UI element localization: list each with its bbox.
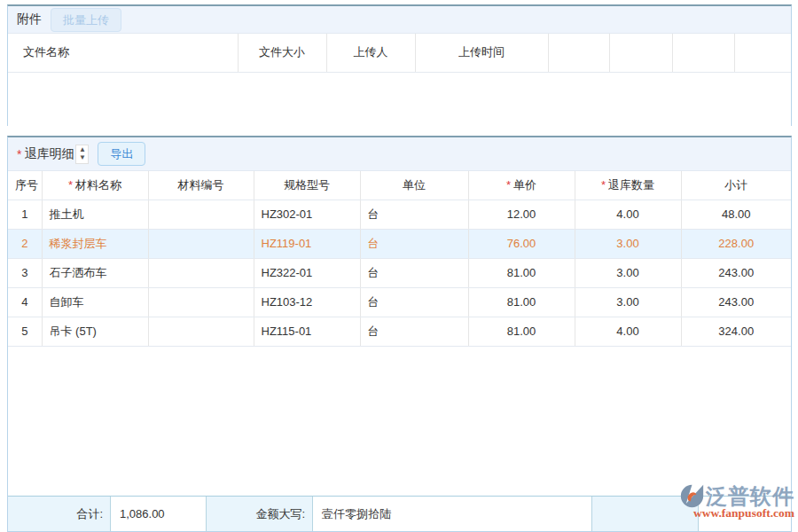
- totals-footer: 合计: 1,086.00 金额大写: 壹仟零捌拾陆: [8, 496, 791, 531]
- cell-unit-price[interactable]: 81.00: [468, 317, 575, 346]
- required-mark: *: [68, 178, 73, 192]
- cell-return-qty[interactable]: 4.00: [575, 317, 681, 346]
- detail-titlebar: * 退库明细 ▲ ▼ 导出: [8, 137, 791, 171]
- col-spec-model: 规格型号: [254, 171, 360, 200]
- detail-table: 序号 *材料名称 材料编号 规格型号 单位 *单价 *退库数量 小计 1 推土机…: [8, 171, 791, 347]
- cell-material-name[interactable]: 推土机: [42, 200, 148, 229]
- cell-seq: 3: [8, 258, 42, 287]
- cell-seq: 4: [8, 287, 42, 317]
- attachments-empty-body: [8, 73, 791, 127]
- col-material-name: *材料名称: [42, 171, 148, 200]
- cell-subtotal: 228.00: [681, 229, 791, 258]
- cell-subtotal: 243.00: [681, 287, 791, 317]
- cell-unit[interactable]: 台: [360, 287, 468, 317]
- cell-spec-model[interactable]: HZ322-01: [254, 258, 360, 287]
- cell-material-code[interactable]: [148, 258, 254, 287]
- col-uploader: 上传人: [326, 34, 415, 72]
- return-detail-panel: * 退库明细 ▲ ▼ 导出 序号 *材料名称 材料编号 规格型号 单位 *单价 …: [7, 136, 792, 532]
- table-row[interactable]: 5 吊卡 (5T) HZ115-01 台 81.00 4.00 324.00: [8, 317, 791, 346]
- attachments-titlebar: 附件 批量上传: [8, 6, 791, 34]
- batch-upload-button[interactable]: 批量上传: [51, 8, 121, 32]
- cell-unit[interactable]: 台: [360, 229, 468, 258]
- detail-header-row: 序号 *材料名称 材料编号 规格型号 单位 *单价 *退库数量 小计: [8, 171, 791, 200]
- table-row[interactable]: 3 石子洒布车 HZ322-01 台 81.00 3.00 243.00: [8, 258, 791, 287]
- cell-subtotal: 48.00: [681, 200, 791, 229]
- detail-title: 退库明细: [24, 146, 74, 162]
- attachments-title: 附件: [17, 12, 42, 27]
- cell-unit-price[interactable]: 76.00: [468, 229, 575, 258]
- col-seq: 序号: [8, 171, 42, 200]
- cell-unit[interactable]: 台: [360, 258, 468, 287]
- required-mark: *: [601, 178, 606, 192]
- col-subtotal: 小计: [681, 171, 791, 200]
- cell-seq: 1: [8, 200, 42, 229]
- stepper-down-icon[interactable]: ▼: [79, 154, 86, 162]
- cell-unit-price[interactable]: 81.00: [468, 287, 575, 317]
- col-unit-price: *单价: [468, 171, 575, 200]
- col-file-size: 文件大小: [238, 34, 326, 72]
- cell-spec-model[interactable]: HZ103-12: [254, 287, 360, 317]
- cell-return-qty[interactable]: 4.00: [575, 200, 681, 229]
- cell-unit[interactable]: 台: [360, 200, 468, 229]
- col-empty-4: [734, 34, 791, 72]
- cell-unit-price[interactable]: 81.00: [468, 258, 575, 287]
- required-mark: *: [506, 178, 511, 192]
- amount-words-value: 壹仟零捌拾陆: [313, 497, 592, 531]
- table-row[interactable]: 4 自卸车 HZ103-12 台 81.00 3.00 243.00: [8, 287, 791, 317]
- cell-return-qty[interactable]: 3.00: [575, 258, 681, 287]
- cell-return-qty[interactable]: 3.00: [575, 287, 681, 317]
- cell-material-code[interactable]: [148, 229, 254, 258]
- attachments-panel: 附件 批量上传 文件名称 文件大小 上传人 上传时间: [7, 4, 792, 126]
- cell-material-code[interactable]: [148, 317, 254, 346]
- col-file-name: 文件名称: [8, 34, 238, 72]
- cell-unit[interactable]: 台: [360, 317, 468, 346]
- cell-material-name[interactable]: 吊卡 (5T): [42, 317, 148, 346]
- cell-spec-model[interactable]: HZ115-01: [254, 317, 360, 346]
- col-empty-3: [672, 34, 734, 72]
- cell-material-name[interactable]: 稀浆封层车: [42, 229, 148, 258]
- detail-stepper[interactable]: ▲ ▼: [75, 145, 89, 164]
- detail-empty-area: [8, 347, 791, 497]
- col-empty-1: [548, 34, 609, 72]
- cell-spec-model[interactable]: HZ302-01: [254, 200, 360, 229]
- cell-spec-model[interactable]: HZ119-01: [254, 229, 360, 258]
- col-return-qty: *退库数量: [575, 171, 681, 200]
- attachments-header-row: 文件名称 文件大小 上传人 上传时间: [8, 34, 791, 72]
- cell-subtotal: 243.00: [681, 258, 791, 287]
- cell-material-code[interactable]: [148, 287, 254, 317]
- table-row-selected[interactable]: 2 稀浆封层车 HZ119-01 台 76.00 3.00 228.00: [8, 229, 791, 258]
- cell-material-name[interactable]: 自卸车: [42, 287, 148, 317]
- col-unit: 单位: [360, 171, 468, 200]
- col-material-code: 材料编号: [148, 171, 254, 200]
- amount-words-label: 金额大写:: [207, 497, 313, 531]
- cell-subtotal: 324.00: [681, 317, 791, 346]
- export-button[interactable]: 导出: [98, 142, 145, 166]
- cell-return-qty[interactable]: 3.00: [575, 229, 681, 258]
- required-mark: *: [17, 147, 21, 161]
- cell-seq: 2: [8, 229, 42, 258]
- attachments-table: 文件名称 文件大小 上传人 上传时间: [8, 34, 791, 73]
- footer-empty-value: [699, 497, 791, 531]
- col-empty-2: [609, 34, 672, 72]
- cell-seq: 5: [8, 317, 42, 346]
- table-row[interactable]: 1 推土机 HZ302-01 台 12.00 4.00 48.00: [8, 200, 791, 229]
- cell-unit-price[interactable]: 12.00: [468, 200, 575, 229]
- cell-material-name[interactable]: 石子洒布车: [42, 258, 148, 287]
- col-upload-time: 上传时间: [415, 34, 548, 72]
- total-label: 合计:: [8, 497, 111, 531]
- cell-material-code[interactable]: [148, 200, 254, 229]
- footer-empty-label: [592, 497, 699, 531]
- total-value: 1,086.00: [111, 497, 207, 531]
